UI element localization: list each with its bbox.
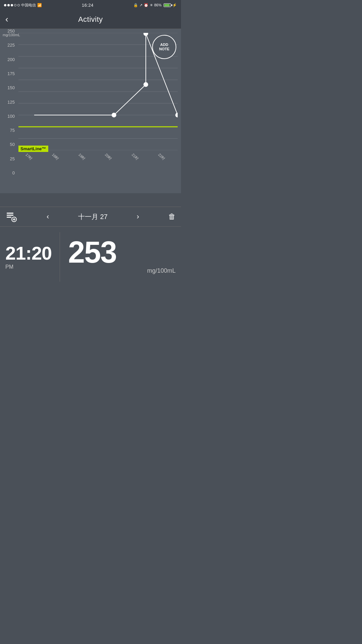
glucose-value: 253 bbox=[68, 237, 116, 267]
y-axis-labels: 0 25 50 75 100 125 150 175 200 225 250 bbox=[0, 29, 17, 176]
page-title: Activity bbox=[78, 15, 103, 24]
x-label-19: 19时 bbox=[77, 152, 86, 161]
battery-fill bbox=[164, 4, 170, 6]
reading-time-section: 21:20 PM bbox=[5, 232, 60, 282]
alarm-icon: ⏰ bbox=[144, 3, 148, 7]
x-label-20: 20时 bbox=[104, 152, 113, 161]
bluetooth-icon: ✳ bbox=[150, 3, 153, 7]
list-add-icon bbox=[6, 211, 17, 222]
y-label-150: 150 bbox=[0, 86, 17, 90]
delete-button[interactable]: 🗑 bbox=[168, 212, 176, 221]
spacer bbox=[0, 193, 181, 207]
y-label-100: 100 bbox=[0, 114, 17, 118]
back-button[interactable]: ‹ bbox=[5, 14, 8, 24]
chart-area: mg/100mL 0 25 50 75 100 125 150 175 200 … bbox=[0, 29, 181, 193]
y-label-0: 0 bbox=[0, 171, 17, 175]
x-label-17: 17时 bbox=[24, 152, 33, 161]
y-label-50: 50 bbox=[0, 142, 17, 147]
add-note-button[interactable]: ADD NOTE bbox=[152, 35, 176, 59]
signal-dot-5 bbox=[17, 4, 20, 6]
y-label-175: 175 bbox=[0, 71, 17, 76]
date-next-button[interactable]: › bbox=[137, 212, 139, 221]
date-nav-bar: ‹ 十一月 27 › 🗑 bbox=[0, 207, 181, 227]
y-label-200: 200 bbox=[0, 57, 17, 62]
svg-rect-12 bbox=[7, 213, 13, 214]
reading-glucose-section: 253 mg/100mL bbox=[60, 232, 176, 282]
reading-display: 21:20 PM 253 mg/100mL bbox=[0, 227, 181, 287]
data-point-peak bbox=[143, 33, 148, 36]
data-point-1 bbox=[112, 113, 116, 117]
signal-dot-4 bbox=[14, 4, 16, 6]
x-axis-labels: 17时 18时 19时 20时 21时 22时 bbox=[18, 150, 178, 167]
data-point-3 bbox=[175, 113, 178, 117]
location-icon: ↗ bbox=[139, 3, 142, 7]
signal-dot-2 bbox=[7, 4, 10, 6]
lock-icon: 🔒 bbox=[133, 3, 138, 7]
glucose-row: 253 bbox=[68, 237, 176, 267]
add-to-list-button[interactable] bbox=[5, 211, 17, 223]
reading-time-value: 21:20 bbox=[5, 244, 52, 263]
carrier-name: 中国电信 bbox=[21, 3, 36, 8]
x-label-22: 22时 bbox=[157, 152, 166, 161]
y-label-225: 225 bbox=[0, 43, 17, 47]
x-label-18: 18时 bbox=[51, 152, 60, 161]
date-prev-button[interactable]: ‹ bbox=[47, 212, 49, 221]
wifi-icon: 📶 bbox=[37, 3, 42, 7]
signal-dot-1 bbox=[4, 4, 6, 6]
battery-icon bbox=[164, 3, 171, 7]
charging-icon: ⚡ bbox=[172, 3, 177, 7]
data-point-2 bbox=[143, 82, 148, 87]
smartline-label: SmartLine™ bbox=[18, 146, 48, 152]
glucose-unit: mg/100mL bbox=[147, 267, 176, 274]
y-label-125: 125 bbox=[0, 100, 17, 104]
status-bar: 中国电信 📶 16:24 🔒 ↗ ⏰ ✳ 86% ⚡ bbox=[0, 0, 181, 10]
y-label-75: 75 bbox=[0, 128, 17, 132]
battery-percent: 86% bbox=[154, 3, 162, 7]
y-label-25: 25 bbox=[0, 157, 17, 161]
status-left: 中国电信 📶 bbox=[4, 3, 42, 8]
status-time: 16:24 bbox=[82, 3, 94, 8]
status-right: 🔒 ↗ ⏰ ✳ 86% ⚡ bbox=[133, 3, 177, 7]
date-display: 十一月 27 bbox=[78, 212, 108, 221]
y-label-250: 250 bbox=[0, 29, 17, 33]
svg-rect-14 bbox=[7, 217, 11, 218]
x-label-21: 21时 bbox=[130, 152, 139, 161]
header: ‹ Activity bbox=[0, 10, 181, 29]
svg-rect-13 bbox=[7, 215, 13, 216]
reading-ampm: PM bbox=[5, 264, 13, 270]
signal-dot-3 bbox=[11, 4, 13, 6]
add-note-line2: NOTE bbox=[159, 47, 170, 51]
signal-indicator bbox=[4, 4, 20, 6]
add-note-line1: ADD bbox=[160, 43, 168, 47]
